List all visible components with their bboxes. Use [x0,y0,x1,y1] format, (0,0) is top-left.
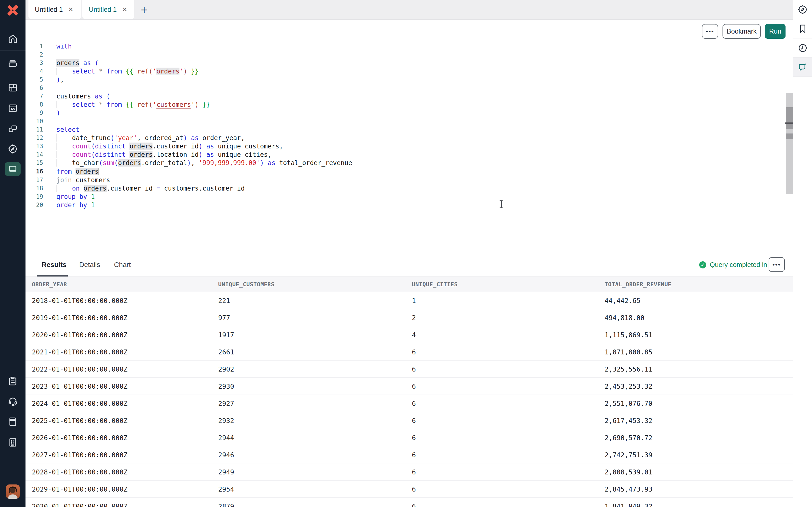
line-number: 11 [26,125,46,134]
sidebar-item-explore[interactable] [0,141,26,157]
line-number: 17 [26,176,46,184]
code-text: on orders.customer_id = customers.custom… [46,184,245,192]
code-line-5[interactable]: 5), [26,75,793,84]
line-number: 16 [26,167,46,176]
code-line-8[interactable]: 8 select * from {{ ref('customers') }} [26,100,793,109]
home-icon [7,33,18,44]
results-more-options-button[interactable]: ••• [769,257,785,272]
code-line-2[interactable]: 2 [26,50,793,59]
table-cell: 6 [412,498,416,507]
table-cell: 6 [412,481,416,498]
column-header-unique-cities[interactable]: UNIQUE_CITIES [412,277,458,292]
code-text [46,50,56,59]
code-line-16[interactable]: 16from orders [26,167,793,176]
sidebar-item-home[interactable] [0,31,26,47]
tab-details[interactable]: Details [79,253,100,276]
hex-logo[interactable] [5,3,20,18]
table-cell: 2946 [218,446,234,463]
sidebar-item-collections[interactable] [0,55,26,70]
line-number: 9 [26,109,46,117]
table-cell: 2030-01-01T00:00:00.000Z [32,498,128,507]
grid-layout-icon [7,82,18,93]
tab-results[interactable]: Results [42,253,66,276]
code-line-18[interactable]: 18 on orders.customer_id = customers.cus… [26,184,793,192]
table-cell: 2025-01-01T00:00:00.000Z [32,412,128,429]
table-cell: 1,115,869.51 [605,326,652,343]
editor-scrollbar-track[interactable] [786,93,793,194]
bookmark-button[interactable]: Bookmark [722,24,761,39]
query-status: ✓ Query completed in 4s [699,257,776,272]
table-cell: 2927 [218,395,234,412]
code-line-20[interactable]: 20order by 1 [26,201,793,209]
code-text [46,117,56,125]
rail-item-bookmarks[interactable] [793,19,812,39]
code-line-15[interactable]: 15 to_char(sum(orders.order_total), '999… [26,159,793,167]
results-table-header: ORDER_YEAR UNIQUE_CUSTOMERS UNIQUE_CITIE… [26,277,793,292]
table-row: 2019-01-01T00:00:00.000Z9772494,818.00 [26,309,793,326]
table-cell: 2,617,453.32 [605,412,652,429]
code-line-12[interactable]: 12 date_trunc('year', ordered_at) as ord… [26,134,793,142]
success-check-icon: ✓ [699,261,706,269]
code-text: from orders [46,167,99,176]
sidebar-item-docs[interactable] [0,414,26,430]
column-header-order-year[interactable]: ORDER_YEAR [32,277,67,292]
doc-tab-1[interactable]: Untitled 1 ✕ [29,0,82,19]
code-line-1[interactable]: 1with [26,42,793,50]
doc-tab-label: Untitled 1 [35,6,63,13]
sidebar-item-workspace-active[interactable] [0,161,26,177]
column-header-total-order-revenue[interactable]: TOTAL_ORDER_REVENUE [605,277,671,292]
rail-item-history[interactable] [793,39,812,58]
sidebar-item-changelog[interactable] [0,373,26,389]
code-line-19[interactable]: 19group by 1 [26,192,793,201]
table-cell: 2026-01-01T00:00:00.000Z [32,429,128,446]
code-line-10[interactable]: 10 [26,117,793,125]
table-cell: 1917 [218,326,234,343]
sidebar-item-code-apps[interactable] [0,100,26,116]
line-number: 7 [26,92,46,100]
table-cell: 2024-01-01T00:00:00.000Z [32,395,128,412]
code-text: with [46,42,72,50]
code-line-4[interactable]: 4 select * from {{ ref('orders') }} [26,67,793,75]
more-options-button[interactable]: ••• [702,24,718,39]
code-line-11[interactable]: 11select [26,125,793,134]
sql-editor[interactable]: 1with23orders as (4 select * from {{ ref… [26,42,793,253]
laptop-icon [7,164,18,174]
code-line-13[interactable]: 13 count(distinct orders.customer_id) as… [26,142,793,150]
code-text: count(distinct orders.location_id) as un… [46,150,272,159]
run-button[interactable]: Run [765,24,785,39]
line-number: 4 [26,67,46,75]
new-tab-button[interactable]: + [136,2,152,18]
table-row: 2029-01-01T00:00:00.000Z295462,845,473.9… [26,481,793,498]
rail-item-ai-chat-active[interactable] [793,58,812,77]
table-cell: 44,442.65 [605,292,641,309]
code-line-7[interactable]: 7customers as ( [26,92,793,100]
doc-tab-2-active[interactable]: Untitled 1 ✕ [83,0,134,19]
column-header-unique-customers[interactable]: UNIQUE_CUSTOMERS [218,277,274,292]
table-cell: 6 [412,446,416,463]
tab-chart[interactable]: Chart [114,253,131,276]
code-line-3[interactable]: 3orders as ( [26,59,793,67]
table-row: 2023-01-01T00:00:00.000Z293062,453,253.3… [26,378,793,395]
line-number: 20 [26,201,46,209]
sidebar-item-support[interactable] [0,393,26,409]
table-cell: 2028-01-01T00:00:00.000Z [32,463,128,481]
close-icon[interactable]: ✕ [122,6,128,13]
user-avatar[interactable] [6,485,20,499]
line-number: 3 [26,59,46,67]
code-line-14[interactable]: 14 count(distinct orders.location_id) as… [26,150,793,159]
sidebar-item-projects[interactable] [0,80,26,96]
bookmark-icon [797,23,808,34]
table-cell: 2,690,570.72 [605,429,652,446]
code-text: count(distinct orders.customer_id) as un… [46,142,283,150]
table-cell: 2021-01-01T00:00:00.000Z [32,343,128,360]
editor-scrollbar-thumb[interactable] [786,107,793,129]
code-line-17[interactable]: 17join customers [26,176,793,184]
close-icon[interactable]: ✕ [68,6,73,13]
code-line-6[interactable]: 6 [26,84,793,92]
code-text: customers as ( [46,92,110,100]
sidebar-item-organization[interactable] [0,435,26,450]
sidebar-item-components[interactable] [0,121,26,137]
table-row: 2025-01-01T00:00:00.000Z293262,617,453.3… [26,412,793,429]
code-line-9[interactable]: 9) [26,109,793,117]
rail-item-explore[interactable] [793,0,812,19]
